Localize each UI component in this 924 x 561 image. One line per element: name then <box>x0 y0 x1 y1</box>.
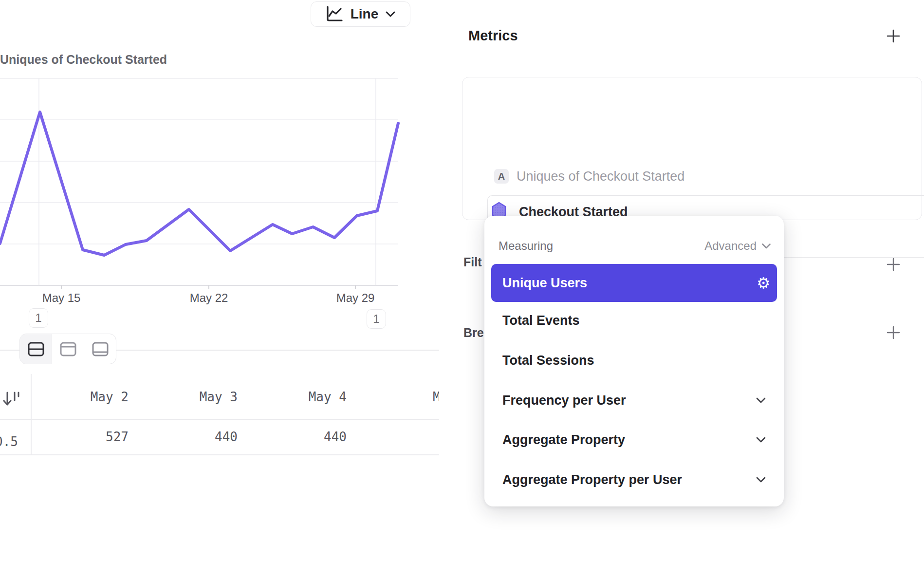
layout-toggle-group <box>19 334 116 364</box>
dropdown-item-frequency-per-user[interactable]: Frequency per User <box>491 381 777 419</box>
chevron-down-icon <box>761 243 771 249</box>
layout-split-button[interactable] <box>20 334 52 364</box>
layout-table-icon <box>92 341 109 357</box>
x-axis-tick-label: May 15 <box>42 291 81 305</box>
table-column-header: May 2 <box>31 375 140 419</box>
layout-chart-button[interactable] <box>52 334 84 364</box>
metrics-section-title: Metrics <box>468 28 518 44</box>
annotation-badge-label: 1 <box>373 312 379 326</box>
advanced-mode-toggle[interactable]: Advanced <box>704 239 771 253</box>
dropdown-header: Measuring <box>499 239 553 253</box>
layout-split-icon <box>27 341 45 357</box>
sort-descending-icon[interactable] <box>3 391 19 409</box>
chevron-down-icon <box>756 476 766 483</box>
measuring-dropdown: Measuring Advanced Unique Users⚙Total Ev… <box>484 216 784 506</box>
layout-table-button[interactable] <box>84 334 116 364</box>
x-axis-tick-label: May 22 <box>190 291 228 305</box>
dropdown-item-aggregate-property-per-user[interactable]: Aggregate Property per User <box>491 461 777 499</box>
metric-badge: A <box>494 169 509 184</box>
chevron-down-icon <box>756 436 766 443</box>
chart-type-label: Line <box>351 6 379 22</box>
chart-type-button[interactable]: Line <box>311 1 410 27</box>
dropdown-item-label: Total Events <box>502 313 580 328</box>
table-cell: 527 <box>31 419 140 454</box>
dropdown-item-total-sessions[interactable]: Total Sessions <box>491 341 777 379</box>
filters-section-title: Filt <box>463 255 482 269</box>
add-filter-button[interactable] <box>885 256 902 273</box>
table-column-header: May 4 <box>249 375 358 419</box>
table-column-header: May 3 <box>140 375 249 419</box>
table-row-label: 0.5 <box>0 430 18 449</box>
line-chart <box>0 73 404 298</box>
dropdown-item-label: Aggregate Property per User <box>502 472 682 487</box>
metric-card[interactable]: A Uniques of Checkout Started Checkout S… <box>462 77 922 220</box>
query-panel: Metrics A Uniques of Checkout Started Ch… <box>439 0 924 561</box>
layout-chart-icon <box>59 341 77 357</box>
chevron-down-icon <box>385 11 396 18</box>
annotation-badge-1[interactable]: 1 <box>29 308 48 328</box>
line-chart-icon <box>325 5 344 23</box>
dropdown-item-label: Total Sessions <box>502 353 594 368</box>
add-metric-button[interactable] <box>885 28 902 44</box>
dropdown-item-label: Aggregate Property <box>502 432 625 448</box>
plus-icon <box>886 257 901 272</box>
annotation-badge-label: 1 <box>35 311 41 325</box>
table-row: 52744044051 <box>31 419 467 454</box>
table-cell: 440 <box>249 419 358 454</box>
dropdown-item-label: Unique Users <box>502 276 587 291</box>
plus-icon <box>886 325 901 340</box>
x-axis-tick-label: May 29 <box>336 291 375 305</box>
dropdown-item-aggregate-property[interactable]: Aggregate Property <box>491 421 777 459</box>
chart-panel: Line Uniques of Checkout Started May 15M… <box>0 0 439 561</box>
gear-icon[interactable]: ⚙ <box>757 276 770 291</box>
dropdown-item-label: Frequency per User <box>502 393 626 408</box>
chart-title: Uniques of Checkout Started <box>0 53 167 67</box>
plus-icon <box>886 28 901 44</box>
breakdowns-section-title: Bre <box>463 326 484 340</box>
table-header-row: May 2May 3May 4May <box>31 375 467 419</box>
chevron-down-icon <box>756 397 766 404</box>
dropdown-item-total-events[interactable]: Total Events <box>491 301 777 339</box>
table-cell: 440 <box>140 419 249 454</box>
dropdown-item-unique-users[interactable]: Unique Users⚙ <box>491 264 777 302</box>
table-row-border <box>0 454 439 455</box>
add-breakdown-button[interactable] <box>885 324 902 341</box>
metric-name: Uniques of Checkout Started <box>517 169 684 184</box>
advanced-mode-label: Advanced <box>704 239 757 253</box>
annotation-badge-2[interactable]: 1 <box>367 309 386 329</box>
